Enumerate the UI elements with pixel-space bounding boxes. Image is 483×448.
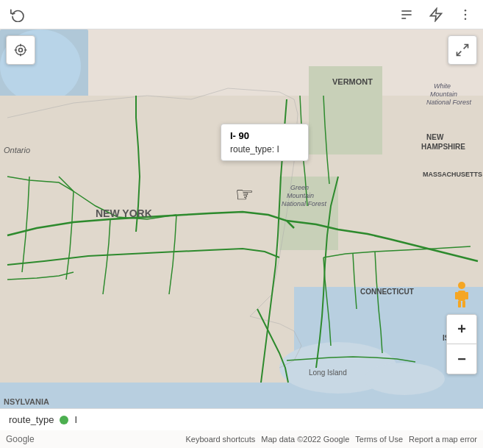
svg-rect-43 — [465, 292, 468, 299]
locate-button[interactable] — [6, 35, 35, 65]
svg-line-36 — [464, 45, 468, 49]
fullscreen-button[interactable] — [448, 35, 477, 65]
google-logo: Google — [6, 434, 35, 444]
zoom-out-button[interactable]: − — [447, 344, 476, 374]
svg-point-35 — [15, 45, 25, 54]
keyboard-shortcuts-link[interactable]: Keyboard shortcuts — [185, 435, 255, 444]
svg-point-6 — [465, 18, 467, 20]
svg-rect-39 — [458, 291, 465, 301]
svg-line-37 — [457, 51, 462, 56]
legend-value: I — [74, 414, 77, 425]
svg-text:Mountain: Mountain — [430, 90, 457, 98]
map-tooltip: I- 90 route_type: I — [221, 124, 309, 161]
bottom-left: Google — [6, 434, 35, 444]
svg-rect-40 — [458, 301, 461, 307]
route-type-value: I — [276, 144, 279, 154]
map-svg: VERMONT NEW HAMPSHIRE MASSACHUSETTS CONN… — [0, 29, 483, 408]
pegman-button[interactable] — [446, 280, 477, 308]
bottom-right: Keyboard shortcuts Map data ©2022 Google… — [185, 435, 477, 444]
map-controls-right: + − — [446, 280, 477, 374]
map-bottom-bar: Google Keyboard shortcuts Map data ©2022… — [0, 430, 483, 448]
legend-bar: route_type I — [0, 408, 483, 430]
svg-rect-41 — [462, 301, 465, 307]
svg-text:White: White — [434, 82, 451, 90]
map-cursor: ☞ — [235, 182, 254, 207]
svg-point-5 — [465, 13, 467, 15]
toolbar-left — [7, 4, 28, 25]
svg-text:MASSACHUSETTS: MASSACHUSETTS — [423, 171, 482, 178]
svg-text:National Forest: National Forest — [426, 99, 472, 106]
map-data-text: Map data ©2022 Google — [261, 435, 349, 444]
zoom-controls: + − — [446, 314, 477, 374]
svg-rect-42 — [455, 292, 458, 299]
svg-text:Ontario: Ontario — [4, 146, 30, 154]
locate-icon — [13, 43, 28, 57]
toolbar-right — [396, 4, 476, 25]
svg-text:Long Island: Long Island — [309, 369, 347, 377]
route-type-label: route_type: — [230, 144, 274, 154]
top-toolbar — [0, 0, 483, 29]
terms-of-use-link[interactable]: Terms of Use — [355, 435, 403, 444]
report-map-error-link[interactable]: Report a map error — [409, 435, 477, 444]
svg-point-15 — [364, 363, 445, 395]
svg-text:Mountain: Mountain — [287, 192, 314, 199]
svg-text:NEW: NEW — [426, 133, 444, 141]
svg-marker-3 — [431, 8, 442, 21]
svg-text:National Forest: National Forest — [282, 200, 327, 207]
svg-text:Green: Green — [290, 184, 309, 191]
pegman-icon — [451, 280, 473, 308]
svg-text:HAMPSHIRE: HAMPSHIRE — [421, 143, 465, 151]
tooltip-title: I- 90 — [230, 130, 299, 141]
more-menu-button[interactable] — [455, 4, 476, 25]
map-container: VERMONT NEW HAMPSHIRE MASSACHUSETTS CONN… — [0, 0, 483, 448]
legend-label: route_type — [9, 414, 54, 425]
filter-button[interactable] — [396, 4, 417, 25]
svg-point-38 — [458, 282, 465, 289]
vermont-label: VERMONT — [332, 77, 373, 86]
legend-dot — [60, 416, 68, 424]
tooltip-route-type: route_type: I — [230, 144, 299, 154]
svg-text:CONNECTICUT: CONNECTICUT — [360, 288, 414, 296]
fullscreen-icon — [455, 43, 470, 57]
lightning-button[interactable] — [426, 4, 446, 25]
svg-text:NSYLVANIA: NSYLVANIA — [4, 397, 49, 406]
svg-text:NEW YORK: NEW YORK — [96, 207, 152, 219]
zoom-in-button[interactable]: + — [447, 315, 476, 344]
svg-point-34 — [19, 49, 23, 52]
undo-button[interactable] — [7, 4, 28, 25]
svg-point-4 — [465, 9, 467, 10]
